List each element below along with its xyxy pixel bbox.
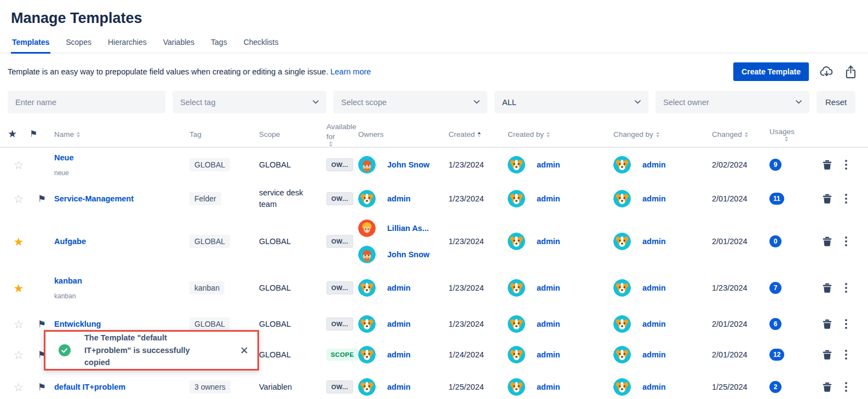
usages-badge[interactable]: 7	[769, 282, 781, 294]
owner-link[interactable]: admin	[537, 237, 560, 246]
template-name-link[interactable]: default IT+problem	[54, 383, 125, 391]
owner-link[interactable]: admin	[387, 194, 411, 203]
kebab-menu-button[interactable]	[844, 159, 848, 171]
sort-icon[interactable]	[785, 136, 788, 142]
header-star-icon[interactable]: ★	[8, 128, 30, 141]
star-outline-icon[interactable]: ☆	[14, 318, 24, 331]
usages-badge[interactable]: 6	[769, 318, 781, 330]
owner-filter-select[interactable]: Select owner	[656, 91, 809, 113]
sort-asc-icon[interactable]	[478, 132, 481, 137]
template-name-link[interactable]: Neue	[54, 153, 73, 162]
star-outline-icon[interactable]: ☆	[14, 159, 24, 171]
template-name-link[interactable]: Aufgabe	[54, 237, 86, 246]
tag-chip: GLOBAL	[189, 317, 230, 331]
column-header-changed[interactable]: Changed	[712, 130, 769, 140]
owner-link[interactable]: admin	[642, 383, 666, 391]
create-template-button[interactable]: Create Template	[733, 62, 809, 81]
owner-link[interactable]: admin	[537, 350, 560, 359]
column-header-usages[interactable]: Usages	[769, 127, 816, 142]
star-outline-icon[interactable]: ☆	[14, 193, 24, 205]
close-icon[interactable]: ✕	[240, 345, 249, 356]
sort-icon[interactable]	[77, 132, 80, 137]
tag-cell: Felder	[189, 192, 259, 205]
owner-link[interactable]: admin	[537, 284, 560, 292]
name-filter-input[interactable]	[8, 91, 165, 113]
star-filled-icon[interactable]: ★	[14, 282, 24, 294]
owner-link[interactable]: admin	[642, 350, 666, 359]
tab-hierarchies[interactable]: Hierarchies	[107, 38, 148, 53]
avatar	[508, 346, 525, 363]
owner-link[interactable]: admin	[537, 194, 560, 203]
kebab-menu-button[interactable]	[844, 193, 848, 205]
changed-date: 2/01/2024	[712, 237, 769, 246]
type-filter-select[interactable]: ALL	[495, 91, 648, 113]
sort-icon[interactable]	[745, 132, 748, 137]
tab-checklists[interactable]: Checklists	[243, 38, 280, 53]
template-name-link[interactable]: Service-Management	[54, 194, 134, 203]
kebab-menu-button[interactable]	[844, 235, 848, 247]
delete-button[interactable]	[823, 194, 832, 204]
sort-icon[interactable]	[329, 141, 332, 147]
kebab-menu-button[interactable]	[844, 349, 848, 361]
star-filled-icon[interactable]: ★	[14, 235, 24, 248]
owner-link[interactable]: admin	[387, 350, 411, 359]
reset-filters-button[interactable]: Reset	[817, 91, 855, 113]
usages-badge[interactable]: 12	[769, 349, 784, 361]
flag-icon[interactable]: ⚑	[38, 194, 46, 204]
owner-link[interactable]: admin	[387, 284, 411, 292]
owner-link[interactable]: admin	[642, 284, 666, 292]
kebab-menu-button[interactable]	[844, 318, 848, 330]
owner: admin	[613, 156, 712, 174]
template-name-link[interactable]: kanban	[54, 276, 82, 285]
export-icon[interactable]	[844, 65, 857, 79]
cloud-download-icon[interactable]	[819, 65, 834, 79]
sort-icon[interactable]	[656, 132, 659, 137]
sort-icon[interactable]	[547, 132, 550, 137]
column-header-changed-by[interactable]: Changed by	[613, 130, 712, 140]
delete-button[interactable]	[823, 160, 832, 170]
delete-button[interactable]	[823, 319, 832, 329]
owner-link[interactable]: admin	[642, 237, 666, 246]
scope-filter-select[interactable]: Select scope	[334, 91, 487, 113]
owner-link[interactable]: admin	[537, 160, 560, 169]
name-cell: kanban kanban	[54, 276, 189, 300]
owner-link[interactable]: Lillian As...	[387, 224, 429, 233]
usages-badge[interactable]: 0	[769, 235, 781, 247]
owner-link[interactable]: admin	[642, 160, 666, 169]
owner-link[interactable]: admin	[537, 320, 560, 328]
column-header-name[interactable]: Name	[54, 130, 189, 140]
usages-badge[interactable]: 11	[769, 193, 784, 205]
learn-more-link[interactable]: Learn more	[330, 67, 371, 76]
owner-link[interactable]: admin	[537, 383, 560, 391]
template-description: neue	[54, 169, 184, 177]
flag-icon[interactable]: ⚑	[38, 319, 46, 329]
delete-button[interactable]	[823, 382, 832, 392]
column-header-created[interactable]: Created	[449, 130, 508, 140]
column-header-created-by[interactable]: Created by	[508, 130, 613, 140]
star-outline-icon[interactable]: ☆	[14, 349, 24, 361]
tab-scopes[interactable]: Scopes	[65, 38, 93, 53]
kebab-menu-button[interactable]	[844, 381, 848, 393]
tab-templates[interactable]: Templates	[11, 38, 50, 53]
created-by-cell: admin	[508, 156, 613, 174]
owner-link[interactable]: John Snow	[387, 160, 429, 169]
delete-button[interactable]	[823, 283, 832, 293]
star-outline-icon[interactable]: ☆	[14, 381, 24, 394]
column-header-available-for[interactable]: Available for	[326, 122, 358, 147]
flag-icon[interactable]: ⚑	[38, 382, 46, 392]
tab-variables[interactable]: Variables	[162, 38, 196, 53]
template-name-link[interactable]: Entwicklung	[54, 320, 101, 328]
owner-link[interactable]: admin	[642, 194, 666, 203]
owner-link[interactable]: admin	[642, 320, 666, 328]
usages-badge[interactable]: 9	[769, 159, 781, 171]
header-flag-icon[interactable]: ⚑	[30, 129, 54, 140]
tag-filter-select[interactable]: Select tag	[173, 91, 326, 113]
tab-tags[interactable]: Tags	[210, 38, 228, 53]
owner-link[interactable]: admin	[387, 320, 411, 328]
usages-badge[interactable]: 2	[769, 381, 781, 393]
delete-button[interactable]	[823, 350, 832, 360]
delete-button[interactable]	[823, 236, 832, 247]
owner-link[interactable]: admin	[387, 383, 411, 391]
owner-link[interactable]: John Snow	[387, 250, 429, 259]
kebab-menu-button[interactable]	[844, 282, 848, 294]
